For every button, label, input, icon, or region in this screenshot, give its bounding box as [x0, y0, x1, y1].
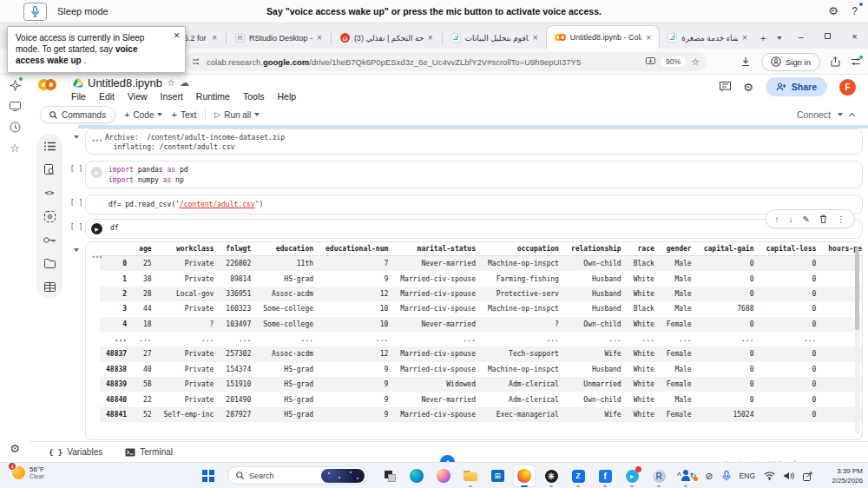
output-options-icon[interactable]: ••• [92, 136, 102, 145]
telegram-icon[interactable]: ▸ [621, 465, 642, 486]
tab-close-icon[interactable]: × [428, 33, 433, 43]
voice-help-button[interactable]: ? [852, 5, 858, 17]
run-all-button[interactable]: ▷ Run all [214, 110, 260, 120]
tooltip-close-icon[interactable]: × [174, 30, 180, 42]
pen-battery-icon[interactable] [803, 472, 812, 481]
restore-button[interactable] [814, 23, 841, 49]
tab-close-icon[interactable]: × [646, 33, 651, 43]
favorites-star-icon[interactable]: ☆ [0, 137, 30, 158]
browser-tab[interactable]: ك ساقوم بتحليل البيانات × [444, 27, 546, 49]
zoom-level-badge[interactable]: 90% [661, 56, 686, 67]
output-options-icon[interactable]: ••• [92, 253, 102, 261]
menu-help[interactable]: Help [277, 91, 296, 102]
code-snippets-icon[interactable]: <> [43, 186, 56, 200]
menu-edit[interactable]: Edit [99, 91, 115, 102]
voice-typing-mic-icon[interactable] [722, 471, 731, 481]
scroll-fab-button[interactable] [440, 455, 455, 462]
favorite-star-icon[interactable]: ☆ [691, 56, 700, 68]
connect-chevron-icon[interactable] [838, 113, 843, 116]
sync-icon[interactable]: ↻ [690, 472, 697, 480]
site-permissions-icon[interactable] [193, 57, 201, 66]
menu-view[interactable]: View [128, 91, 148, 102]
share-button[interactable]: Share [766, 77, 827, 96]
browser-tab[interactable]: R RStudio Desktop - Pos × [227, 27, 330, 49]
copilot-icon[interactable] [0, 75, 30, 96]
browser-tab-active[interactable]: Untitled8.ipynb - Colab × [546, 25, 661, 49]
minimize-button[interactable]: – [787, 23, 814, 49]
new-tab-button[interactable]: + [755, 27, 772, 49]
taskbar-clock[interactable]: 3:39 PM 2/25/2026 [832, 466, 863, 485]
sidebar-settings-gear-icon[interactable]: ⚙ [0, 442, 30, 455]
weather-widget[interactable]: 4 56°F Clear [12, 465, 44, 480]
move-cell-up-icon[interactable]: ↑ [775, 214, 779, 224]
star-notebook-icon[interactable]: ☆ [167, 77, 175, 89]
browser-essentials-icon[interactable] [851, 57, 861, 66]
more-options-icon[interactable]: ⋮ [837, 214, 845, 224]
screen-share-icon[interactable] [0, 96, 30, 116]
notebook-title[interactable]: Untitled8.ipynb [88, 76, 162, 89]
file-explorer-icon[interactable] [460, 465, 481, 486]
tab-list-chevron-icon[interactable] [771, 27, 787, 49]
rstudio-icon[interactable]: R [648, 465, 669, 486]
do-not-disturb-icon[interactable]: ⊘ [705, 471, 713, 482]
variables-button[interactable]: { } Variables [49, 447, 102, 457]
run-cell-button[interactable]: ▶ [91, 223, 102, 234]
voice-settings-gear-icon[interactable]: ⚙ [828, 4, 838, 17]
collapse-chevron-icon[interactable] [74, 248, 79, 252]
close-button[interactable]: × [841, 23, 868, 49]
commands-button[interactable]: Commands [40, 106, 115, 123]
tab-close-icon[interactable]: × [533, 33, 538, 43]
imports-code-cell[interactable]: ▶ import pandas as pd import numpy as np [85, 161, 863, 188]
run-cell-button[interactable]: ▶ [91, 167, 102, 178]
browser-tab[interactable]: ن (3) لوحة التحكم | نفذلي × [332, 27, 441, 49]
downloads-icon[interactable] [740, 56, 751, 67]
share-icon[interactable] [831, 56, 840, 67]
tab-close-icon[interactable]: × [317, 33, 322, 43]
add-code-button[interactable]: +Code [124, 109, 162, 120]
chevron-down-icon[interactable] [254, 113, 260, 116]
task-view-button[interactable] [379, 465, 400, 486]
comments-icon[interactable] [720, 82, 731, 92]
read-csv-code-cell[interactable]: df= pd.read_csv('/content/adult.csv') [85, 195, 863, 214]
copilot-icon[interactable] [433, 465, 454, 486]
collapse-header-icon[interactable] [849, 112, 855, 118]
edit-cell-icon[interactable]: ✎ [803, 214, 810, 224]
install-app-icon[interactable] [646, 57, 655, 66]
menu-runtime[interactable]: Runtime [196, 91, 230, 102]
firefox-icon[interactable] [514, 465, 535, 486]
settings-gear-icon[interactable]: ⚙ [743, 81, 753, 94]
find-replace-icon[interactable] [43, 162, 56, 176]
volume-icon[interactable] [784, 472, 794, 480]
collapse-chevron-icon[interactable] [74, 135, 79, 139]
terminal-button[interactable]: Terminal [125, 447, 173, 457]
facebook-icon[interactable]: f [595, 465, 615, 486]
hidden-icons-chevron[interactable]: ^ [677, 472, 681, 481]
language-indicator[interactable]: ENG [740, 472, 755, 480]
chatgpt-icon[interactable]: ✳ [541, 465, 562, 486]
user-avatar[interactable]: F [839, 79, 856, 96]
delete-cell-icon[interactable] [819, 214, 827, 223]
add-text-button[interactable]: +Text [171, 109, 196, 120]
sign-in-button[interactable]: Sign in [761, 53, 820, 71]
wifi-icon[interactable] [764, 472, 775, 480]
start-button[interactable] [202, 470, 214, 482]
browser-tab[interactable]: ك إنشاء خدمة مصغرة × [660, 27, 755, 49]
tab-close-icon[interactable]: × [212, 33, 217, 43]
df-code-cell[interactable]: ▶ df ↑ ↓ ✎ ⋮ [85, 219, 863, 239]
taskbar-search-box[interactable]: Search [227, 466, 368, 485]
data-table-icon[interactable] [43, 280, 56, 293]
menu-insert[interactable]: Insert [161, 91, 183, 102]
microsoft-store-icon[interactable]: ⊞ [487, 465, 508, 486]
edge-icon[interactable] [406, 465, 427, 486]
scrollbar-thumb[interactable] [855, 247, 859, 330]
files-folder-icon[interactable] [43, 256, 56, 270]
menu-file[interactable]: File [71, 91, 86, 102]
move-cell-down-icon[interactable]: ↓ [789, 214, 793, 224]
chevron-down-icon[interactable] [157, 113, 162, 116]
table-of-contents-icon[interactable] [43, 139, 56, 153]
address-bar[interactable]: colab.research.google.com/drive/1heB7Qk6… [186, 52, 707, 71]
search-highlight-image[interactable] [321, 469, 365, 483]
zalo-icon[interactable]: Z [568, 465, 589, 486]
secrets-key-icon[interactable] [43, 233, 56, 247]
connect-button[interactable]: Connect [797, 109, 831, 120]
